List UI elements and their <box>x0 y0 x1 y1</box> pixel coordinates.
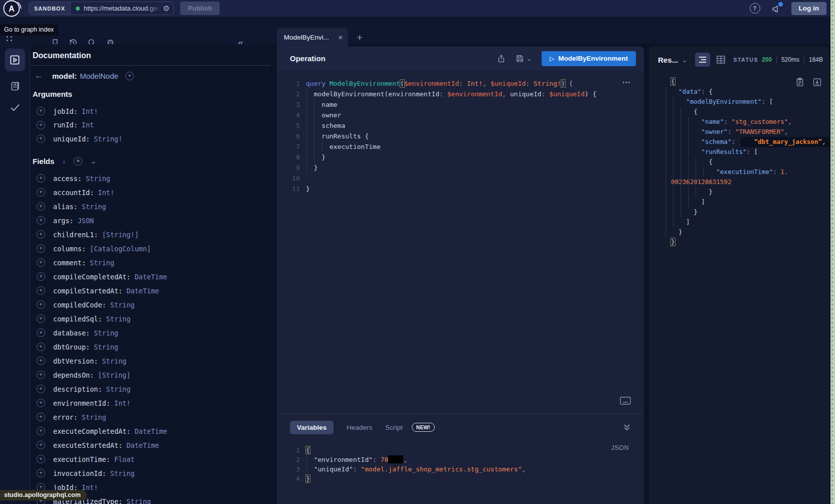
add-field-button[interactable]: + <box>37 244 45 253</box>
field-name[interactable]: accountId: <box>53 189 94 197</box>
tab-headers[interactable]: Headers <box>347 424 372 431</box>
publish-button[interactable]: Publish <box>180 2 220 15</box>
field-name[interactable]: compiledCode: <box>53 301 106 309</box>
field-name[interactable]: dbtVersion: <box>53 357 98 365</box>
add-field-button[interactable]: + <box>37 121 45 129</box>
field-name[interactable]: compiledSql: <box>53 315 102 323</box>
add-field-button[interactable]: + <box>37 272 45 281</box>
field-name[interactable]: database: <box>53 329 90 337</box>
schema-field-row: +environmentId:Int! <box>33 396 271 410</box>
url-input[interactable]: https://metadata.cloud.getd <box>84 5 160 12</box>
add-field-button[interactable]: + <box>37 286 45 295</box>
table-view-button[interactable] <box>717 56 725 64</box>
response-title[interactable]: Res... <box>658 56 678 64</box>
line-number: 7 <box>277 141 300 152</box>
add-field-button[interactable]: + <box>37 413 45 421</box>
field-name[interactable]: access: <box>53 175 82 183</box>
field-name[interactable]: description: <box>53 385 102 393</box>
field-name[interactable]: jobId: <box>53 107 78 115</box>
add-field-button[interactable]: + <box>37 258 45 267</box>
url-settings-gear-icon[interactable]: ⚙ <box>163 4 170 13</box>
add-field-button[interactable]: + <box>37 134 45 143</box>
field-name[interactable]: executeCompletedAt: <box>53 427 130 435</box>
field-name[interactable]: compileStartedAt: <box>53 287 122 295</box>
breadcrumb-field: model: <box>52 72 77 80</box>
share-icon[interactable] <box>497 54 506 63</box>
add-field-button[interactable]: + <box>37 455 45 463</box>
field-type: Int! <box>98 189 114 197</box>
field-name[interactable]: runId: <box>53 121 78 129</box>
sort-fields-icon[interactable]: ↓ <box>62 157 66 165</box>
apollo-logo[interactable]: A <box>1 0 22 19</box>
add-field-button[interactable]: + <box>37 328 45 337</box>
tab-modelbyenvironment[interactable]: ModelByEnvi... ✕ <box>277 28 348 47</box>
field-name[interactable]: dbtGroup: <box>53 343 90 351</box>
announcements-megaphone-icon[interactable] <box>771 4 781 14</box>
add-field-button[interactable]: + <box>37 469 45 477</box>
schema-field-row: +accountId:Int! <box>33 186 271 200</box>
add-field-button[interactable]: + <box>37 216 45 225</box>
variables-editor[interactable]: 1{2 "environmentId": 78,3 "uniqueId": "m… <box>277 440 644 483</box>
fields-options-chevron-icon[interactable]: ⌄ <box>90 157 96 165</box>
copy-response-icon[interactable] <box>796 78 804 87</box>
login-button[interactable]: Log in <box>791 2 827 15</box>
save-options-chevron-icon[interactable]: ⌄ <box>527 55 532 62</box>
add-field-button[interactable]: + <box>37 174 45 183</box>
schema-nav-button[interactable] <box>9 79 21 91</box>
add-field-button[interactable]: + <box>37 399 45 407</box>
add-all-fields-button[interactable]: + <box>125 72 134 80</box>
tab-variables[interactable]: Variables <box>290 421 333 434</box>
field-name[interactable]: comment: <box>53 259 86 267</box>
field-name[interactable]: executionTime: <box>53 455 110 463</box>
new-tab-button[interactable]: + <box>357 32 363 44</box>
breadcrumb-type[interactable]: ModelNode <box>80 72 118 80</box>
field-name[interactable]: childrenL1: <box>53 231 98 239</box>
field-name[interactable]: dependsOn: <box>53 371 94 379</box>
code-line: } <box>665 237 829 247</box>
add-field-button[interactable]: + <box>37 314 45 323</box>
add-field-button[interactable]: + <box>37 343 45 351</box>
field-name[interactable]: compileCompletedAt: <box>53 273 130 281</box>
add-field-button[interactable]: + <box>37 300 45 309</box>
run-play-icon: ▷ <box>550 55 554 62</box>
add-field-button[interactable]: + <box>37 230 45 239</box>
tooltip-go-to-graph-index: Go to graph index <box>0 24 58 36</box>
editor-more-options-icon[interactable]: ••• <box>622 80 631 85</box>
add-field-button[interactable]: + <box>37 371 45 379</box>
code-line: 0023620128631592 <box>665 177 829 187</box>
add-field-button[interactable]: + <box>37 427 45 435</box>
code-line: "runResults": [ <box>665 147 829 157</box>
graph-index-icon[interactable] <box>7 36 14 42</box>
field-name[interactable]: environmentId: <box>53 399 110 407</box>
collapse-variables-double-chevron-icon[interactable] <box>623 424 631 431</box>
graphql-editor[interactable]: 1query ModelByEnvironment($environmentId… <box>277 70 644 414</box>
tree-view-button[interactable] <box>695 53 710 67</box>
field-name[interactable]: invocationId: <box>53 469 106 477</box>
run-operation-button[interactable]: ▷ ModelByEnvironment <box>542 51 636 66</box>
add-field-button[interactable]: + <box>37 202 45 211</box>
documentation-panel: Documentation ← model: ModelNode + Argum… <box>31 44 271 504</box>
field-name[interactable]: columns: <box>53 245 86 253</box>
field-name[interactable]: uniqueId: <box>53 135 90 143</box>
add-field-button[interactable]: + <box>37 107 45 115</box>
indent-guide <box>673 97 674 227</box>
tab-script[interactable]: Script <box>385 424 403 431</box>
field-name[interactable]: error: <box>53 413 78 421</box>
explorer-nav-button[interactable] <box>5 49 25 71</box>
add-field-button[interactable]: + <box>37 385 45 393</box>
field-name[interactable]: executeStartedAt: <box>53 441 122 449</box>
response-dropdown-chevron-icon[interactable]: ⌄ <box>682 57 687 64</box>
add-field-button[interactable]: + <box>37 441 45 449</box>
close-tab-icon[interactable]: ✕ <box>338 34 343 41</box>
keyboard-shortcuts-icon[interactable] <box>620 397 631 405</box>
add-field-button[interactable]: + <box>37 188 45 197</box>
back-arrow-icon[interactable]: ← <box>35 71 43 81</box>
save-icon[interactable]: ⌄ <box>516 54 532 63</box>
field-name[interactable]: alias: <box>53 203 78 211</box>
add-fields-button[interactable]: + <box>74 157 82 165</box>
field-name[interactable]: args: <box>53 217 74 225</box>
checks-nav-button[interactable] <box>9 101 21 113</box>
add-field-button[interactable]: + <box>37 357 45 365</box>
download-response-icon[interactable] <box>813 78 821 87</box>
help-icon[interactable]: ? <box>750 3 760 14</box>
